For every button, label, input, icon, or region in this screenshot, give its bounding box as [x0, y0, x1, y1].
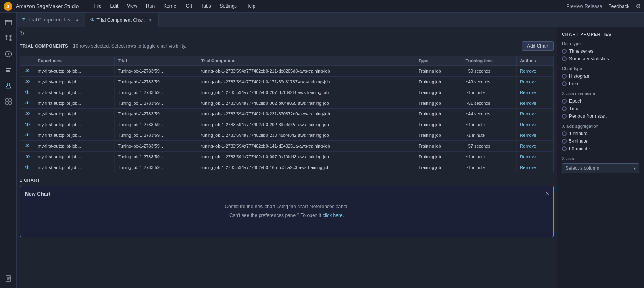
- radio-periods-circle: [562, 114, 567, 119]
- trial-table: Experiment Trial Trial Component Type Tr…: [20, 56, 553, 173]
- x-axis-select[interactable]: Select a column ▾: [562, 163, 639, 173]
- row-experiment: my-first-autopilot-job...: [35, 77, 115, 87]
- remove-link[interactable]: Remove: [520, 69, 536, 73]
- row-action: Remove: [517, 162, 553, 173]
- eye-icon[interactable]: 👁: [25, 100, 30, 106]
- remove-link[interactable]: Remove: [520, 90, 536, 95]
- row-action: Remove: [517, 109, 553, 119]
- radio-time-series-label: Time series: [569, 48, 594, 54]
- col-eye: [20, 56, 35, 66]
- radio-histogram[interactable]: Histogram: [562, 73, 639, 79]
- row-eye-cell: 👁: [20, 119, 35, 130]
- tab-trial-chart-close[interactable]: ×: [147, 16, 153, 24]
- remove-link[interactable]: Remove: [520, 101, 536, 106]
- radio-summary-statistics[interactable]: Summary statistics: [562, 56, 639, 61]
- tab-trial-list-close[interactable]: ×: [74, 16, 80, 24]
- col-experiment: Experiment: [35, 56, 115, 66]
- menu-view[interactable]: View: [123, 2, 141, 10]
- radio-epoch[interactable]: Epoch: [562, 98, 639, 104]
- eye-icon[interactable]: 👁: [25, 79, 30, 85]
- remove-link[interactable]: Remove: [520, 133, 536, 138]
- sidebar-icon-file[interactable]: [2, 272, 15, 285]
- menu-edit[interactable]: Edit: [106, 2, 123, 10]
- svg-rect-13: [6, 99, 8, 101]
- row-time: ~1 minute: [462, 119, 517, 130]
- row-eye-cell: 👁: [20, 162, 35, 173]
- row-time: ~59 seconds: [462, 66, 517, 77]
- remove-link[interactable]: Remove: [520, 111, 536, 116]
- table-row: 👁 my-first-autopilot-job... Tuning-job-1…: [20, 109, 553, 119]
- eye-icon[interactable]: 👁: [25, 143, 30, 149]
- sidebar-icon-running[interactable]: [2, 48, 15, 60]
- menu-settings[interactable]: Settings: [216, 2, 241, 10]
- new-chart-title: New Chart: [25, 191, 50, 197]
- x-axis-placeholder: Select a column: [565, 165, 599, 171]
- radio-line-circle: [562, 81, 567, 86]
- remove-link[interactable]: Remove: [520, 154, 536, 159]
- remove-link[interactable]: Remove: [520, 79, 536, 84]
- menu-tabs[interactable]: Tabs: [197, 2, 215, 10]
- x-axis-label: X-axis: [562, 156, 639, 161]
- table-row: 👁 my-first-autopilot-job... Tuning-job-1…: [20, 66, 553, 77]
- sidebar-icon-commands[interactable]: [2, 63, 15, 76]
- menu-git[interactable]: Git: [182, 2, 196, 10]
- radio-5-minute[interactable]: 5-minute: [562, 138, 639, 144]
- col-trial: Trial: [115, 56, 198, 66]
- eye-icon[interactable]: 👁: [25, 164, 30, 171]
- remove-link[interactable]: Remove: [520, 165, 536, 170]
- radio-time-series[interactable]: Time series: [562, 48, 639, 54]
- remove-link[interactable]: Remove: [520, 144, 536, 148]
- table-row: 👁 my-first-autopilot-job... Tuning-job-1…: [20, 152, 553, 162]
- radio-60-minute[interactable]: 60-minute: [562, 146, 639, 152]
- new-chart-msg-line2-prefix: Can't see the preferences panel? To open…: [229, 213, 323, 218]
- radio-1-minute[interactable]: 1-minute: [562, 131, 639, 136]
- table-row: 👁 my-first-autopilot-job... Tuning-job-1…: [20, 87, 553, 98]
- feedback-button[interactable]: Feedback: [608, 4, 629, 9]
- sidebar-icon-folder[interactable]: [2, 16, 15, 29]
- row-type: Training job: [415, 77, 462, 87]
- row-eye-cell: 👁: [20, 152, 35, 162]
- svg-rect-11: [6, 71, 10, 72]
- gear-icon[interactable]: ⚙: [636, 3, 641, 10]
- radio-line[interactable]: Line: [562, 81, 639, 86]
- col-actions: Actions: [517, 56, 553, 66]
- new-chart-link[interactable]: click here.: [323, 213, 344, 218]
- sidebar: [0, 13, 17, 288]
- main-content: ⚗ Trial Component List × ⚗ Trial Compone…: [17, 13, 644, 288]
- row-experiment: my-first-autopilot-job...: [35, 119, 115, 130]
- eye-icon[interactable]: 👁: [25, 111, 30, 117]
- menu-file[interactable]: File: [90, 2, 105, 10]
- eye-icon[interactable]: 👁: [25, 154, 30, 160]
- tab-trial-chart[interactable]: ⚗ Trial Component Chart ×: [85, 13, 158, 27]
- refresh-button[interactable]: ↻: [20, 30, 25, 36]
- radio-periods-from-start[interactable]: Periods from start: [562, 113, 639, 119]
- row-time: ~1 minute: [462, 130, 517, 141]
- menu-items: File Edit View Run Kernel Git Tabs Setti…: [87, 0, 566, 13]
- radio-time[interactable]: Time: [562, 106, 639, 111]
- eye-icon[interactable]: 👁: [25, 121, 30, 128]
- row-trial: Tuning-job-1-2783f59...: [115, 98, 198, 109]
- row-component: tuning-job-1-2783f594a777402eb0-165-bd3c…: [198, 162, 415, 173]
- new-chart-close-button[interactable]: ×: [546, 190, 549, 197]
- eye-icon[interactable]: 👁: [25, 68, 30, 74]
- table-row: 👁 my-first-autopilot-job... Tuning-job-1…: [20, 141, 553, 152]
- remove-link[interactable]: Remove: [520, 122, 536, 127]
- menu-help[interactable]: Help: [242, 2, 260, 10]
- eye-icon[interactable]: 👁: [25, 89, 30, 96]
- row-action: Remove: [517, 66, 553, 77]
- row-time: ~44 seconds: [462, 109, 517, 119]
- eye-icon[interactable]: 👁: [25, 132, 30, 138]
- tab-bar: ⚗ Trial Component List × ⚗ Trial Compone…: [17, 13, 644, 27]
- tab-trial-list[interactable]: ⚗ Trial Component List ×: [17, 13, 85, 27]
- radio-time-circle: [562, 106, 567, 111]
- sidebar-icon-extensions[interactable]: [2, 95, 15, 108]
- row-type: Training job: [415, 141, 462, 152]
- row-component: tuning-job-1-2783f594a777402eb0-230-48bf…: [198, 130, 415, 141]
- add-chart-button[interactable]: Add Chart: [522, 41, 554, 51]
- menu-kernel[interactable]: Kernel: [160, 2, 181, 10]
- menu-run[interactable]: Run: [142, 2, 159, 10]
- row-experiment: my-first-autopilot-job...: [35, 130, 115, 141]
- sidebar-icon-git[interactable]: [2, 32, 15, 44]
- row-component: tuning-job-1-2783f594a777402eb0-002-bf04…: [198, 98, 415, 109]
- sidebar-icon-experiments[interactable]: [2, 79, 15, 92]
